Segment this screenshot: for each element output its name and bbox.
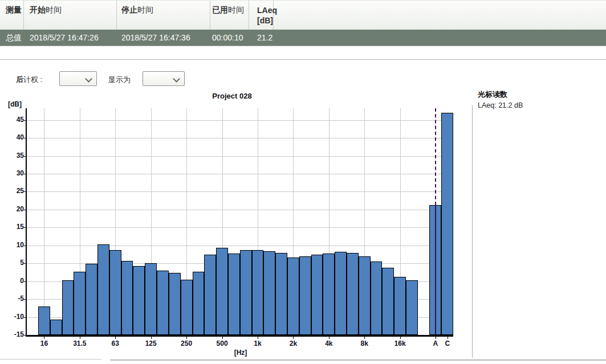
bar-400[interactable] [204, 255, 216, 335]
bar-160[interactable] [157, 271, 169, 335]
y-tick [24, 299, 27, 300]
y-axis-unit-label: [dB] [8, 100, 22, 108]
x-tick [293, 337, 294, 339]
x-tick [222, 337, 223, 339]
y-tick-label: 45 [0, 116, 24, 124]
col-header-stop-time: 停止时间 [121, 5, 153, 15]
post-weighting-select[interactable] [59, 71, 97, 86]
col-header-elapsed-bold: 已用 [212, 5, 228, 14]
bar-31.5[interactable] [74, 272, 86, 335]
x-tick [448, 337, 448, 339]
bar-16k[interactable] [394, 277, 406, 335]
x-tick-label: 250 [174, 340, 199, 347]
x-tick-label: 1k [245, 340, 270, 347]
column-divider [116, 1, 117, 30]
y-tick [24, 138, 27, 138]
bar-50[interactable] [97, 244, 109, 335]
bar-800[interactable] [240, 250, 252, 335]
y-tick [24, 191, 27, 192]
column-divider [249, 1, 249, 30]
bar-250[interactable] [181, 280, 193, 335]
h-gridline [27, 156, 453, 157]
bar-125[interactable] [145, 263, 157, 335]
bar-63[interactable] [109, 250, 121, 335]
x-tick-label: 500 [210, 340, 235, 347]
y-axis-line [26, 108, 27, 337]
y-tick-label: -15 [0, 330, 24, 338]
horizontal-splitter-left[interactable] [0, 359, 101, 360]
y-tick [24, 246, 27, 246]
h-gridline [27, 191, 453, 192]
measurement-table-header: 测量 开始时间 停止时间 已用时间 LAeq[dB] [0, 0, 606, 30]
x-tick [400, 337, 401, 339]
cursor-dashed-line [435, 108, 436, 205]
col-header-measurement: 测量 [6, 5, 22, 15]
chevron-down-icon [85, 75, 92, 83]
x-tick-label-C: C [435, 340, 460, 347]
x-axis-unit-label: [Hz] [226, 349, 255, 357]
bar-2.5k[interactable] [299, 256, 311, 335]
y-tick-label: 35 [0, 152, 24, 159]
x-tick [186, 337, 187, 339]
bar-630[interactable] [228, 253, 240, 335]
bar-20[interactable] [50, 320, 62, 335]
x-tick [44, 337, 44, 339]
cursor-line [435, 205, 436, 335]
h-gridline [27, 227, 453, 228]
column-divider [23, 1, 24, 30]
plot-area[interactable] [27, 108, 453, 335]
bar-200[interactable] [169, 273, 181, 335]
x-tick [329, 337, 330, 339]
col-header-laeq: LAeq[dB] [257, 5, 277, 26]
bar-1.25k[interactable] [263, 251, 275, 335]
bar-40[interactable] [86, 264, 97, 335]
bar-1.6k[interactable] [275, 253, 287, 335]
y-tick [24, 335, 27, 336]
col-header-start-time: 开始时间 [30, 5, 62, 15]
bar-315[interactable] [193, 272, 205, 335]
bar-25[interactable] [62, 280, 74, 335]
x-tick-label: 31.5 [67, 340, 92, 347]
x-tick-label: 125 [139, 340, 164, 347]
bar-12.5k[interactable] [382, 268, 394, 335]
cell-elapsed-time: 00:00:10 [212, 30, 243, 46]
bar-2k[interactable] [287, 257, 299, 335]
col-header-stop-rest: 时间 [137, 5, 153, 14]
x-tick-label: 63 [103, 340, 128, 347]
horizontal-splitter-right[interactable] [110, 359, 606, 361]
y-tick [24, 156, 27, 157]
cell-start-time: 2018/5/27 16:47:26 [30, 30, 99, 46]
bar-20k[interactable] [406, 280, 418, 335]
bar-4k[interactable] [323, 253, 335, 335]
x-tick-label: 4k [316, 340, 341, 347]
bar-1k[interactable] [252, 250, 264, 335]
display-as-select[interactable] [143, 71, 185, 86]
y-tick-label: -5 [0, 295, 24, 302]
display-as-label: 显示为 [108, 75, 131, 85]
x-tick [80, 337, 80, 339]
bar-3.15k[interactable] [311, 255, 323, 335]
bar-16[interactable] [38, 306, 50, 335]
chart-title: Project 028 [27, 92, 437, 100]
x-tick [258, 337, 258, 339]
post-weighting-label-rest: 计权 : [23, 75, 42, 84]
x-tick [115, 337, 116, 339]
x-tick-label: 8k [352, 340, 377, 347]
y-tick [24, 174, 27, 174]
y-tick [24, 227, 27, 228]
bar-6.3k[interactable] [347, 253, 359, 335]
cell-measurement: 总值 [6, 30, 22, 46]
bar-5k[interactable] [335, 252, 347, 335]
x-tick [364, 337, 365, 339]
measurement-total-row[interactable]: 总值 2018/5/27 16:47:26 2018/5/27 16:47:36… [0, 30, 606, 46]
v-gridline [44, 108, 44, 335]
bar-8k[interactable] [359, 256, 371, 335]
cursor-panel-title: 光标读数 [478, 89, 523, 100]
bar-100[interactable] [133, 266, 145, 335]
y-tick [24, 317, 27, 318]
bar-500[interactable] [216, 248, 228, 335]
x-tick [436, 337, 436, 339]
bar-C[interactable] [441, 113, 453, 335]
bar-80[interactable] [121, 261, 133, 335]
bar-10k[interactable] [371, 261, 383, 335]
